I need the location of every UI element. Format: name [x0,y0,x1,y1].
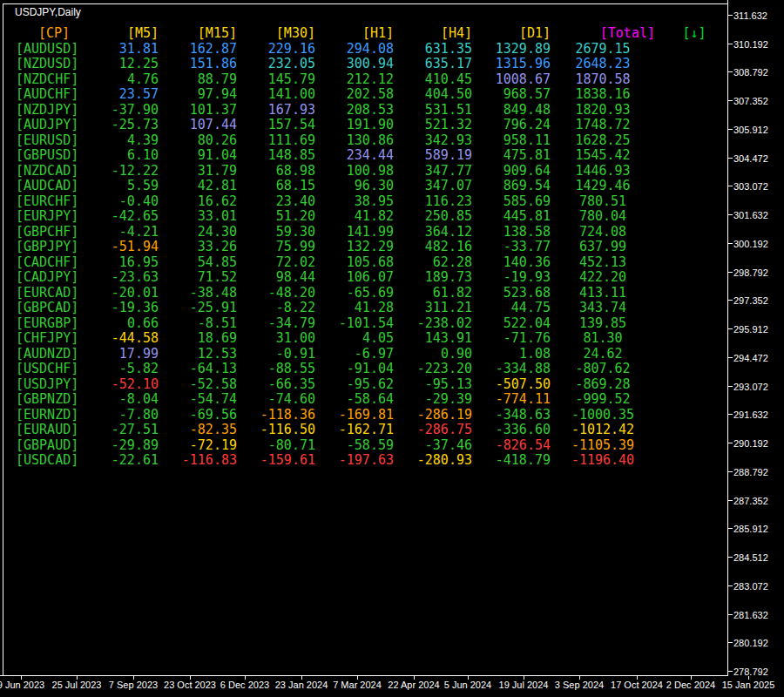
table-row-audnzd: [AUDNZD]17.9912.53-0.91-6.970.901.0824.6… [12,347,733,362]
cell-audnzd-m30: -0.91 [237,347,315,362]
date-axis-label: 19 Jul 2024 [499,680,549,690]
pair-label-eurchf: [EURCHF] [12,194,96,210]
cell-eurnzd-m5: -7.80 [96,408,159,423]
table-row-gbpnzd: [GBPNZD]-8.04-54.74-74.60-58.64-29.39-77… [12,392,733,408]
table-row-gbpchf: [GBPCHF]-4.2124.3059.30141.99364.12138.5… [12,225,733,240]
cell-cadjpy-h4: 189.73 [394,270,472,286]
cell-gbpcad-d1: 44.75 [472,301,551,316]
cell-nzdcad-m5: -12.22 [96,164,159,179]
date-axis[interactable]: 9 Jun 202325 Jul 20237 Sep 202323 Oct 20… [0,675,784,697]
cell-usdchf-m15: -64.13 [159,362,237,377]
cell-gbpchf-m5: -4.21 [96,225,159,240]
cell-audusd-d1: 1329.89 [472,42,551,58]
cell-gbpchf-h4: 364.12 [394,225,472,240]
cell-gbpjpy-m30: 75.99 [237,240,315,255]
price-axis-label: 280.192 [733,638,768,648]
cell-cadjpy-m15: 71.52 [159,270,237,286]
cell-gbpusd-h1: 234.44 [315,148,394,164]
cell-nzdjpy-m30: 167.93 [237,103,315,118]
price-axis-label: 288.792 [733,467,768,477]
cell-eurgbp-d1: 522.04 [472,316,551,332]
cell-usdjpy-d1: -507.50 [472,377,551,393]
table-row-nzdusd: [NZDUSD]12.25151.86232.05300.94635.17131… [12,57,733,72]
price-axis-label: 290.192 [733,438,768,449]
pair-label-nzdjpy: [NZDJPY] [12,103,96,118]
chart-area[interactable]: USDJPY,Daily [CP][M5][M15][M30][H1][H4][… [0,0,784,697]
cell-audusd-m5: 31.81 [96,42,159,58]
cell-eurjpy-m30: 51.20 [237,209,315,225]
cell-cadchf-m5: 16.95 [96,255,159,271]
cell-gbpjpy-m15: 33.26 [159,240,237,255]
cell-gbpchf-d1: 138.58 [472,225,551,240]
pair-label-usdjpy: [USDJPY] [12,377,96,393]
cell-usdjpy-total: -869.28 [551,377,655,393]
date-axis-label: 23 Oct 2023 [164,680,216,690]
cell-eurnzd-total: -1000.35 [551,408,655,423]
pair-label-gbpusd: [GBPUSD] [12,148,96,164]
col-header-m30: [M30] [237,26,315,42]
col-header-h4: [H4] [394,26,472,42]
cell-chfjpy-total: 81.30 [551,331,655,347]
pair-label-gbpcad: [GBPCAD] [12,301,96,316]
cell-gbpnzd-m15: -54.74 [159,392,237,408]
cell-gbpchf-m30: 59.30 [237,225,315,240]
table-row-usdjpy: [USDJPY]-52.10-52.58-66.35-95.62-95.13-5… [12,377,733,393]
cell-nzdchf-total: 1870.58 [551,72,655,88]
cell-usdcad-m30: -159.61 [237,453,315,469]
price-axis-label: 305.912 [733,125,768,135]
cell-chfjpy-m30: 31.00 [237,331,315,347]
pair-label-eurcad: [EURCAD] [12,286,96,301]
pair-label-usdcad: [USDCAD] [12,453,96,469]
table-row-eurchf: [EURCHF]-0.4016.6223.4038.95116.23585.69… [12,194,733,210]
price-axis-label: 311.632 [733,10,767,21]
price-axis-label: 308.792 [733,67,768,78]
currency-strength-table: [CP][M5][M15][M30][H1][H4][D1][Total][↓]… [12,26,733,469]
table-row-euraud: [EURAUD]-27.51-82.35-116.50-162.71-286.7… [12,423,733,438]
pair-label-audcad: [AUDCAD] [12,179,96,194]
cell-nzdcad-m30: 68.98 [237,164,315,179]
cell-eurusd-d1: 958.11 [472,133,551,149]
table-row-usdchf: [USDCHF]-5.82-64.13-88.55-91.04-223.20-3… [12,362,733,377]
cell-audjpy-d1: 796.24 [472,118,551,133]
cell-usdchf-d1: -334.88 [472,362,551,377]
pair-label-gbpchf: [GBPCHF] [12,225,96,240]
price-axis-label: 300.192 [733,239,768,249]
cell-gbpcad-m30: -8.22 [237,301,315,316]
pair-label-gbpaud: [GBPAUD] [12,438,96,454]
cell-audchf-total: 1838.16 [551,87,655,103]
cell-audusd-m30: 229.16 [237,42,315,58]
cell-cadjpy-h1: 106.07 [315,270,394,286]
cell-audchf-h1: 202.58 [315,87,394,103]
cell-audusd-h1: 294.08 [315,42,394,58]
cell-nzdcad-m15: 31.79 [159,164,237,179]
cell-eurcad-total: 413.11 [551,286,655,301]
cell-eurcad-h1: -65.69 [315,286,394,301]
cell-gbpchf-total: 724.08 [551,225,655,240]
pair-label-eurgbp: [EURGBP] [12,316,96,332]
table-row-eurcad: [EURCAD]-20.01-38.48-48.20-65.6961.82523… [12,286,733,301]
cell-gbpusd-m30: 148.85 [237,148,315,164]
cell-audnzd-m15: 12.53 [159,347,237,362]
date-axis-label: 15 Jan 2025 [722,680,775,690]
cell-eurchf-m30: 23.40 [237,194,315,210]
price-axis[interactable]: 311.632310.192308.792307.352305.912304.4… [728,0,784,676]
date-axis-label: 3 Sep 2024 [555,680,604,690]
cell-cadchf-m30: 72.02 [237,255,315,271]
col-header-m5: [M5] [96,26,159,42]
cell-usdjpy-h1: -95.62 [315,377,394,393]
pair-label-euraud: [EURAUD] [12,423,96,438]
cell-gbpusd-m5: 6.10 [96,148,159,164]
cell-nzdchf-m30: 145.79 [237,72,315,88]
cell-eurchf-total: 780.51 [551,194,655,210]
cell-audnzd-total: 24.62 [551,347,655,362]
cell-audusd-total: 2679.15 [551,42,655,58]
cell-audcad-h1: 96.30 [315,179,394,194]
cell-eurcad-d1: 523.68 [472,286,551,301]
cell-audjpy-m5: -25.73 [96,118,159,133]
cell-nzdjpy-total: 1820.93 [551,103,655,118]
cell-usdchf-h1: -91.04 [315,362,394,377]
cell-cadchf-d1: 140.36 [472,255,551,271]
col-header-cp: [CP] [12,26,96,42]
cell-audusd-h4: 631.35 [394,42,472,58]
price-axis-label: 295.912 [733,324,768,335]
